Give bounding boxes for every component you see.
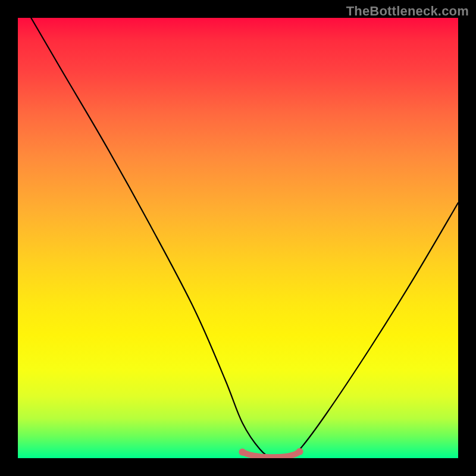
marker-end-dot [239, 449, 246, 456]
chart-container: TheBottleneck.com [0, 0, 476, 476]
bottleneck-curve [31, 18, 458, 458]
watermark-text: TheBottleneck.com [346, 4, 469, 19]
plot-area [18, 18, 458, 458]
marker-end-dot [296, 448, 303, 455]
flat-minimum-marker [242, 452, 299, 457]
curve-svg [18, 18, 458, 458]
